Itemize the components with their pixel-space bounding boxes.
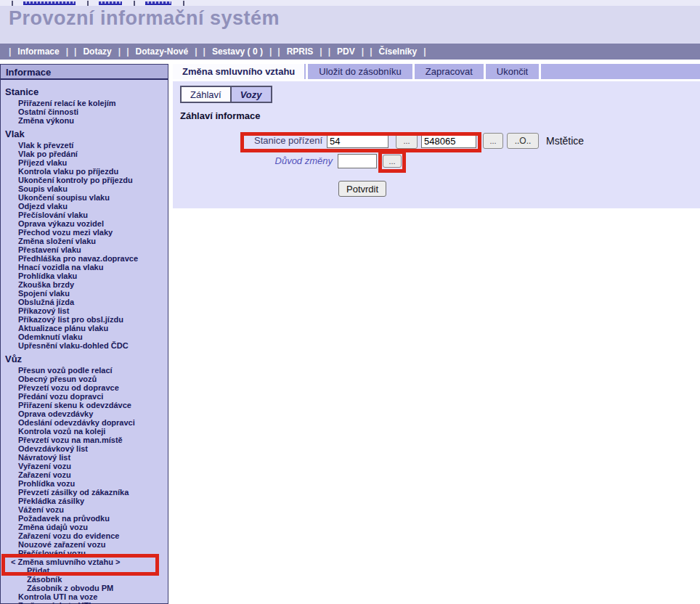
sidebar-menu-entry[interactable]: Příkazový list: [1, 306, 168, 315]
cut-off-link-stub[interactable]: [99, 1, 122, 5]
sidebar-menu-entry[interactable]: Změna údajů vozu: [1, 523, 168, 531]
sidebar-menu-entry[interactable]: Oprava výkazu vozidel: [1, 219, 168, 228]
nav-item[interactable]: Dotazy-Nové: [136, 46, 189, 57]
sidebar-menu-entry[interactable]: Překládka zásilky: [1, 497, 168, 505]
nav-separator: |: [277, 46, 280, 57]
sidebar-menu-entry[interactable]: Stanice: [1, 83, 168, 99]
sidebar-menu-entry[interactable]: Vlak k převzetí: [1, 141, 168, 150]
action-bar-item[interactable]: Uložit do zásobníku: [309, 64, 410, 79]
page: Provozní informační systém | Informace |…: [0, 0, 700, 604]
sidebar-menu-entry[interactable]: Vyřazení vozu: [1, 462, 168, 470]
main-content: Změna smluvního vztahu Uložit do zásobní…: [173, 64, 700, 604]
sidebar-menu-entry[interactable]: Požadavek na průvodku: [1, 514, 168, 523]
sidebar-menu-entry[interactable]: Návratový list: [1, 453, 168, 462]
station-code-input[interactable]: [327, 134, 388, 148]
sidebar-menu-entry[interactable]: Změna výskytu UTI: [1, 601, 168, 604]
sidebar-menu-entry[interactable]: Odevzdávkový list: [1, 444, 168, 453]
sidebar-menu-entry[interactable]: Zásobník: [1, 575, 168, 584]
nav-item[interactable]: Číselníky: [378, 46, 417, 57]
station-o-lookup-button[interactable]: ..O..: [507, 133, 539, 149]
sidebar-menu-entry[interactable]: Obecný přesun vozů: [1, 375, 168, 383]
sidebar-menu-entry[interactable]: Nouzové zařazení vozu: [1, 540, 168, 549]
tab-vozy[interactable]: Vozy: [230, 86, 272, 103]
nav-item[interactable]: RPRIS: [287, 46, 314, 57]
sidebar-menu-entry[interactable]: Přestavení vlaku: [1, 245, 168, 254]
sidebar-menu-entry[interactable]: Změna složení vlaku: [1, 237, 168, 245]
sidebar-menu-entry[interactable]: Přiřazení relací ke kolejím: [1, 99, 168, 107]
sidebar-menu-entry[interactable]: Ostatní činnosti: [1, 107, 168, 116]
cut-off-link-stub[interactable]: [145, 1, 171, 5]
sidebar-menu-entry[interactable]: Kontrola UTI na voze: [1, 592, 168, 601]
sidebar-menu-entry[interactable]: Přiřazení skenu k odevzdávce: [1, 401, 168, 409]
nav-group: | Dotazy-Nové |: [126, 46, 197, 57]
nav-item[interactable]: Dotazy: [83, 46, 111, 57]
sidebar-menu-entry[interactable]: Hnací vozidla na vlaku: [1, 263, 168, 272]
sidebar-menu-entry[interactable]: Spojení vlaku: [1, 289, 168, 298]
sidebar-menu-entry[interactable]: < Změna smluvního vztahu >: [1, 558, 168, 566]
sidebar-menu-entry[interactable]: Upřesnění vlaku-dohled ČDC: [1, 341, 168, 350]
sidebar-menu-entry[interactable]: Obslužná jízda: [1, 298, 168, 306]
sidebar-menu-entry[interactable]: Odjezd vlaku: [1, 202, 168, 211]
nav-item[interactable]: Informace: [17, 46, 59, 57]
sidebar-menu-entry[interactable]: Kontrola vozů na koleji: [1, 427, 168, 436]
sidebar-menu-entry[interactable]: Přečíslování vozu: [1, 549, 168, 558]
sidebar-menu-entry[interactable]: Přidat: [1, 566, 168, 575]
sidebar-menu-entry[interactable]: Změna výkonu: [1, 116, 168, 125]
nav-separator: |: [269, 46, 272, 57]
sidebar-title: Informace: [1, 65, 168, 80]
sidebar-menu-entry[interactable]: Předání vozu dopravci: [1, 392, 168, 401]
nav-item[interactable]: Sestavy ( 0 ): [212, 46, 263, 57]
tab-zahlavi[interactable]: Záhlaví: [180, 86, 232, 103]
nav-item[interactable]: PDV: [337, 46, 355, 57]
confirm-button[interactable]: Potvrdit: [338, 181, 386, 197]
nav-separator: |: [74, 46, 76, 57]
sidebar-menu-entry[interactable]: Příkazový list pro obsl.jízdu: [1, 315, 168, 324]
sidebar-menu-entry[interactable]: Přečíslování vlaku: [1, 211, 168, 219]
nav-group: | PDV |: [328, 46, 364, 57]
station-number-input[interactable]: [421, 134, 476, 148]
action-bar-item[interactable]: Zapracovat: [416, 64, 482, 79]
reason-input[interactable]: [338, 154, 377, 168]
action-bar-item[interactable]: Ukončit: [487, 64, 537, 79]
sidebar-menu-entry[interactable]: Příjezd vlaku: [1, 158, 168, 167]
sidebar-menu-entry[interactable]: Kontrola vlaku po příjezdu: [1, 167, 168, 176]
sidebar-menu-entry[interactable]: Prohlídka vozu: [1, 479, 168, 488]
sidebar-menu-entry[interactable]: Soupis vlaku: [1, 184, 168, 193]
nav-separator: |: [9, 46, 11, 57]
nav-separator: |: [362, 46, 364, 57]
sidebar-menu-entry[interactable]: Zkouška brzdy: [1, 280, 168, 289]
nav-separator: |: [423, 46, 426, 57]
sidebar-menu-entry[interactable]: Převzetí vozu od dopravce: [1, 383, 168, 392]
divider: [87, 1, 89, 6]
sidebar-menu-entry[interactable]: Vlak po předání: [1, 150, 168, 158]
sidebar-menu-entry[interactable]: Ukončení kontroly po příjezdu: [1, 176, 168, 184]
nav-separator: |: [328, 46, 330, 57]
sidebar-menu-entry[interactable]: Oprava odevzdávky: [1, 409, 168, 418]
cut-off-link-stub[interactable]: [23, 1, 76, 5]
sidebar-menu-entry[interactable]: Přesun vozů podle relací: [1, 366, 168, 375]
sidebar-menu-entry[interactable]: Zásobník z obvodu PM: [1, 584, 168, 592]
sidebar-menu-entry[interactable]: Prohlídka vlaku: [1, 272, 168, 280]
sidebar-menu-entry[interactable]: Zařazení vozu do evidence: [1, 531, 168, 540]
station-code-lookup-button[interactable]: ...: [396, 133, 418, 149]
sidebar-menu-entry[interactable]: Převzetí zásilky od zákazníka: [1, 488, 168, 497]
sidebar-menu-entry[interactable]: Převzetí vozu na man.místě: [1, 436, 168, 444]
sidebar-menu-entry[interactable]: Vůz: [1, 350, 168, 366]
nav-separator: |: [203, 46, 205, 57]
sidebar-menu-entry[interactable]: Přechod vozu mezi vlaky: [1, 228, 168, 237]
sidebar-menu-entry[interactable]: Předhláška pro navaz.dopravce: [1, 254, 168, 263]
sidebar-menu-entry[interactable]: Vlak: [1, 125, 168, 141]
reason-lookup-button[interactable]: ...: [383, 155, 402, 168]
sidebar-menu-entry[interactable]: Odeslání odevzdávky dopravci: [1, 418, 168, 427]
sidebar-menu-entry[interactable]: Odemknutí vlaku: [1, 332, 168, 341]
nav-separator: |: [118, 46, 121, 57]
action-bar-item[interactable]: Změna smluvního vztahu: [173, 64, 304, 79]
station-number-lookup-button[interactable]: ...: [483, 133, 503, 149]
nav-group: | Informace |: [9, 46, 68, 57]
sidebar-menu-entry[interactable]: Vážení vozu: [1, 505, 168, 514]
divider: [134, 1, 135, 6]
action-bar-separator: [306, 64, 308, 79]
sidebar-menu-entry[interactable]: Ukončení soupisu vlaku: [1, 193, 168, 202]
sidebar-menu-entry[interactable]: Zařazení vozu: [1, 470, 168, 479]
sidebar-menu-entry[interactable]: Aktualizace plánu vlaku: [1, 324, 168, 332]
